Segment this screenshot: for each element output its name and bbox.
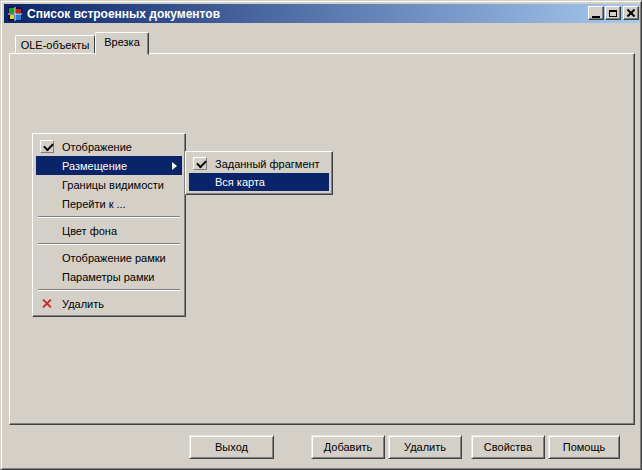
menu-separator xyxy=(38,289,180,291)
submenu-item-whole-map[interactable]: Вся карта xyxy=(189,173,329,191)
delete-x-icon xyxy=(41,298,52,309)
menu-item-display[interactable]: Отображение xyxy=(36,137,182,156)
app-icon xyxy=(7,6,23,22)
minimize-icon xyxy=(592,16,600,18)
menu-item-frame-display-label: Отображение рамки xyxy=(62,252,166,264)
properties-button-label: Свойства xyxy=(484,441,532,453)
menu-item-placement[interactable]: Размещение xyxy=(36,156,182,175)
help-button[interactable]: Помощь xyxy=(548,435,620,459)
menu-item-frame-params-label: Параметры рамки xyxy=(62,271,154,283)
submenu-item-whole-map-label: Вся карта xyxy=(215,176,265,188)
maximize-icon xyxy=(609,10,617,17)
tab-ole-label: OLE-объекты xyxy=(21,39,90,51)
menu-item-goto-label: Перейти к ... xyxy=(62,198,126,210)
exit-button[interactable]: Выход xyxy=(189,435,274,459)
window-title: Список встроенных документов xyxy=(27,7,220,21)
delete-button-label: Удалить xyxy=(404,441,446,453)
properties-button[interactable]: Свойства xyxy=(471,435,545,459)
menu-item-placement-label: Размещение xyxy=(62,160,127,172)
menu-item-frame-display[interactable]: Отображение рамки xyxy=(36,248,182,267)
submenu-item-fragment-label: Заданный фрагмент xyxy=(215,158,320,170)
add-button-label: Добавить xyxy=(324,441,373,453)
tab-vrezka[interactable]: Врезка xyxy=(95,32,149,55)
menu-item-delete[interactable]: Удалить xyxy=(36,294,182,313)
menu-item-goto[interactable]: Перейти к ... xyxy=(36,194,182,213)
menu-item-bg-color[interactable]: Цвет фона xyxy=(36,221,182,240)
checkmark-icon xyxy=(193,157,207,170)
maximize-button[interactable] xyxy=(605,6,621,20)
submenu-item-fragment[interactable]: Заданный фрагмент xyxy=(189,155,329,173)
menu-separator xyxy=(38,216,180,218)
menu-item-visibility[interactable]: Границы видимости xyxy=(36,175,182,194)
close-icon xyxy=(627,9,635,17)
submenu-arrow-icon xyxy=(172,162,177,170)
menu-item-frame-params[interactable]: Параметры рамки xyxy=(36,267,182,286)
delete-button[interactable]: Удалить xyxy=(388,435,462,459)
exit-button-label: Выход xyxy=(215,441,248,453)
close-button[interactable] xyxy=(623,6,639,20)
menu-item-delete-label: Удалить xyxy=(62,298,104,310)
tab-ole-objects[interactable]: OLE-объекты xyxy=(15,35,95,54)
menu-item-visibility-label: Границы видимости xyxy=(62,179,164,191)
tab-vrezka-label: Врезка xyxy=(104,36,140,48)
menu-item-bg-color-label: Цвет фона xyxy=(62,225,117,237)
add-button[interactable]: Добавить xyxy=(311,435,385,459)
placement-submenu: Заданный фрагмент Вся карта xyxy=(185,151,333,195)
minimize-button[interactable] xyxy=(588,6,604,20)
menu-separator xyxy=(38,243,180,245)
checkmark-icon xyxy=(40,140,54,153)
help-button-label: Помощь xyxy=(563,441,606,453)
dialog-window: Список встроенных документов OLE-объекты… xyxy=(0,0,642,470)
menu-item-display-label: Отображение xyxy=(62,141,132,153)
titlebar[interactable]: Список встроенных документов xyxy=(4,4,640,23)
context-menu: Отображение Размещение Границы видимости… xyxy=(32,133,186,317)
